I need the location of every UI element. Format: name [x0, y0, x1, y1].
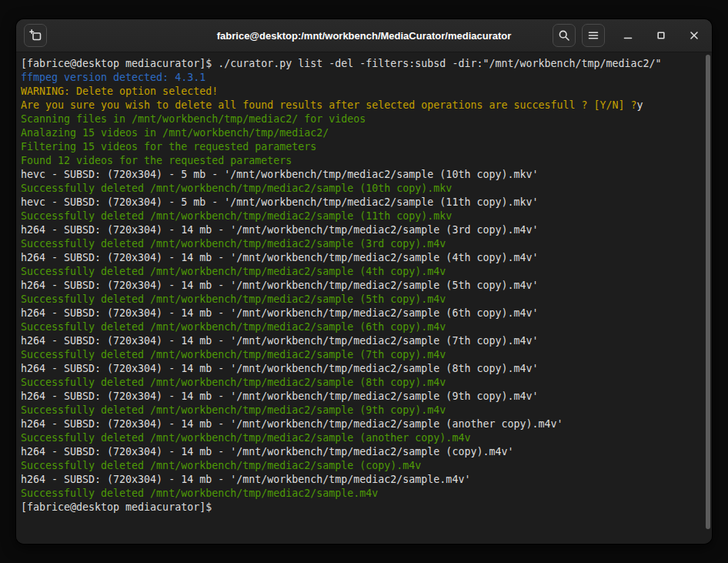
terminal-text-segment: ffmpeg version detected: 4.3.1 [21, 72, 205, 83]
terminal-text-segment: h264 - SUBSD: (720x304) - 14 mb - '/mnt/… [21, 224, 538, 236]
terminal-text-segment: Successfully deleted /mnt/workbench/tmp/… [21, 432, 470, 444]
minimize-icon [622, 29, 634, 42]
close-button[interactable] [684, 25, 704, 45]
maximize-icon [655, 29, 667, 42]
terminal-text-segment: Found 12 videos for the requested parame… [21, 155, 292, 166]
search-button[interactable] [553, 24, 576, 47]
terminal-line: Successfully deleted /mnt/workbench/tmp/… [21, 459, 700, 473]
terminal-text-segment: Successfully deleted /mnt/workbench/tmp/… [21, 183, 452, 194]
terminal-line: Successfully deleted /mnt/workbench/tmp/… [21, 404, 700, 417]
terminal-text-segment: Successfully deleted /mnt/workbench/tmp/… [21, 488, 378, 499]
terminal-text-segment: h264 - SUBSD: (720x304) - 14 mb - '/mnt/… [21, 335, 538, 347]
terminal-text-segment: h264 - SUBSD: (720x304) - 14 mb - '/mnt/… [21, 363, 538, 374]
terminal-text-segment: [fabrice@desktop mediacurator]$ [21, 501, 212, 513]
terminal-line: Are you sure you wish to delete all foun… [21, 99, 700, 112]
terminal-line: Successfully deleted /mnt/workbench/tmp/… [21, 320, 700, 334]
terminal-text-segment: y [637, 99, 643, 111]
terminal-text-segment: WARNING: Delete option selected! [21, 85, 218, 97]
terminal-text-segment: Successfully deleted /mnt/workbench/tmp/… [21, 349, 446, 360]
terminal-line: h264 - SUBSD: (720x304) - 14 mb - '/mnt/… [21, 390, 700, 404]
terminal-line: Successfully deleted /mnt/workbench/tmp/… [21, 265, 700, 279]
terminal-line: Successfully deleted /mnt/workbench/tmp/… [21, 431, 700, 445]
terminal-line: Successfully deleted /mnt/workbench/tmp/… [21, 293, 700, 307]
terminal-line: WARNING: Delete option selected! [21, 85, 700, 99]
terminal-line: h264 - SUBSD: (720x304) - 14 mb - '/mnt/… [21, 417, 700, 431]
terminal-line: h264 - SUBSD: (720x304) - 14 mb - '/mnt/… [21, 473, 700, 487]
terminal-text-segment: h264 - SUBSD: (720x304) - 14 mb - '/mnt/… [21, 280, 538, 291]
terminal-line: h264 - SUBSD: (720x304) - 14 mb - '/mnt/… [21, 251, 700, 265]
terminal-line: h264 - SUBSD: (720x304) - 14 mb - '/mnt/… [21, 362, 700, 376]
terminal-line: h264 - SUBSD: (720x304) - 14 mb - '/mnt/… [21, 334, 700, 348]
terminal-line: Analazing 15 videos in /mnt/workbench/tm… [21, 126, 700, 140]
terminal-text-segment: Successfully deleted /mnt/workbench/tmp/… [21, 460, 421, 471]
terminal-viewport[interactable]: [fabrice@desktop mediacurator]$ ./curato… [16, 52, 712, 544]
terminal-text-segment: Successfully deleted /mnt/workbench/tmp/… [21, 293, 446, 305]
new-tab-button[interactable] [24, 24, 47, 47]
terminal-text-segment: Scanning files in /mnt/workbench/tmp/med… [21, 113, 366, 125]
terminal-text-segment: Successfully deleted /mnt/workbench/tmp/… [21, 266, 446, 277]
terminal-line: Successfully deleted /mnt/workbench/tmp/… [21, 237, 700, 251]
menu-button[interactable] [582, 24, 605, 47]
terminal-line: hevc - SUBSD: (720x304) - 5 mb - '/mnt/w… [21, 196, 700, 209]
terminal-text-segment: Successfully deleted /mnt/workbench/tmp/… [21, 238, 446, 250]
maximize-button[interactable] [651, 25, 671, 45]
terminal-text-segment: h264 - SUBSD: (720x304) - 14 mb - '/mnt/… [21, 474, 470, 485]
terminal-text-segment: h264 - SUBSD: (720x304) - 14 mb - '/mnt/… [21, 252, 538, 263]
close-icon [688, 29, 700, 42]
terminal-line: Successfully deleted /mnt/workbench/tmp/… [21, 182, 700, 196]
terminal-line: Successfully deleted /mnt/workbench/tmp/… [21, 209, 700, 223]
scrollbar-thumb[interactable] [706, 55, 710, 529]
headerbar-controls [553, 24, 704, 47]
terminal-text-segment: Successfully deleted /mnt/workbench/tmp/… [21, 404, 446, 416]
terminal-text-segment: h264 - SUBSD: (720x304) - 14 mb - '/mnt/… [21, 418, 563, 430]
headerbar: fabrice@desktop:/mnt/workbench/MediaCura… [16, 19, 712, 52]
terminal-line: [fabrice@desktop mediacurator]$ ./curato… [21, 57, 700, 71]
terminal-text-segment: [fabrice@desktop mediacurator]$ ./curato… [21, 58, 662, 69]
terminal-text-segment: hevc - SUBSD: (720x304) - 5 mb - '/mnt/w… [21, 169, 538, 180]
terminal-line: Filtering 15 videos for the requested pa… [21, 140, 700, 154]
terminal-line: h264 - SUBSD: (720x304) - 14 mb - '/mnt/… [21, 445, 700, 459]
terminal-text-segment: Successfully deleted /mnt/workbench/tmp/… [21, 321, 446, 333]
terminal-line: h264 - SUBSD: (720x304) - 14 mb - '/mnt/… [21, 223, 700, 237]
terminal-line: hevc - SUBSD: (720x304) - 5 mb - '/mnt/w… [21, 168, 700, 182]
new-tab-icon [29, 29, 42, 42]
terminal-window: fabrice@desktop:/mnt/workbench/MediaCura… [16, 19, 712, 544]
desktop-background: fabrice@desktop:/mnt/workbench/MediaCura… [0, 0, 728, 563]
terminal-line: Found 12 videos for the requested parame… [21, 154, 700, 168]
terminal-text-segment: Are you sure you wish to delete all foun… [21, 99, 637, 111]
minimize-button[interactable] [618, 25, 638, 45]
window-title: fabrice@desktop:/mnt/workbench/MediaCura… [217, 30, 512, 42]
terminal-text-segment: h264 - SUBSD: (720x304) - 14 mb - '/mnt/… [21, 390, 538, 402]
terminal-line: Successfully deleted /mnt/workbench/tmp/… [21, 376, 700, 390]
terminal-text-segment: h264 - SUBSD: (720x304) - 14 mb - '/mnt/… [21, 307, 538, 319]
terminal-line: Successfully deleted /mnt/workbench/tmp/… [21, 487, 700, 501]
terminal-line: Successfully deleted /mnt/workbench/tmp/… [21, 348, 700, 362]
terminal-text-segment: h264 - SUBSD: (720x304) - 14 mb - '/mnt/… [21, 446, 513, 457]
terminal-text-segment: Filtering 15 videos for the requested pa… [21, 141, 316, 152]
terminal-text-segment: Successfully deleted /mnt/workbench/tmp/… [21, 210, 452, 222]
scrollbar[interactable] [704, 52, 711, 544]
terminal-text-segment: hevc - SUBSD: (720x304) - 5 mb - '/mnt/w… [21, 196, 538, 208]
terminal-line: [fabrice@desktop mediacurator]$ [21, 501, 700, 514]
search-icon [558, 29, 570, 42]
terminal-line: Scanning files in /mnt/workbench/tmp/med… [21, 112, 700, 126]
terminal-output: [fabrice@desktop mediacurator]$ ./curato… [16, 52, 712, 519]
terminal-text-segment: Successfully deleted /mnt/workbench/tmp/… [21, 377, 446, 388]
menu-icon [587, 29, 599, 42]
terminal-line: ffmpeg version detected: 4.3.1 [21, 71, 700, 85]
terminal-line: h264 - SUBSD: (720x304) - 14 mb - '/mnt/… [21, 307, 700, 320]
terminal-line: h264 - SUBSD: (720x304) - 14 mb - '/mnt/… [21, 279, 700, 293]
terminal-text-segment: Analazing 15 videos in /mnt/workbench/tm… [21, 127, 329, 139]
